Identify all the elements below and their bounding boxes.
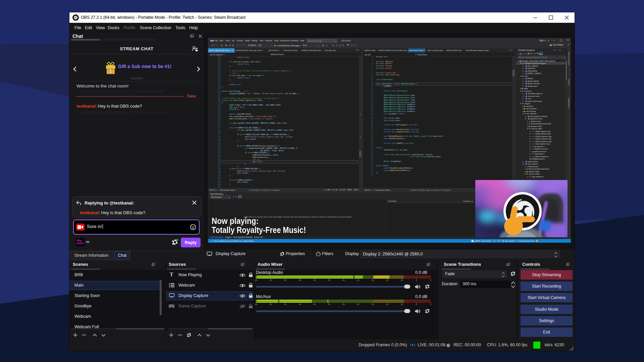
svg-text:1: 1: [109, 68, 112, 74]
